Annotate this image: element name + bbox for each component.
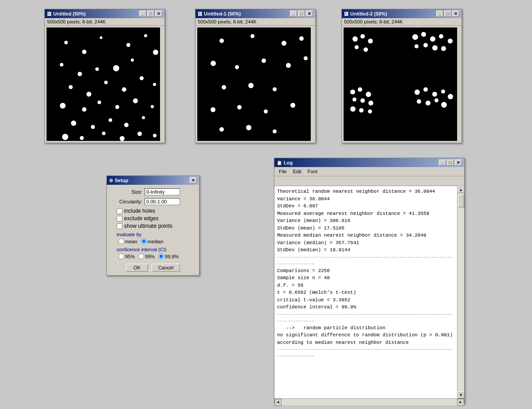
untitled-info: 500x500 pixels; 8-bit; 244K: [45, 18, 164, 26]
button-row: OK Cancel: [111, 264, 195, 272]
untitled2-info: 500x500 pixels; 8-bit; 244K: [342, 18, 462, 26]
log-toolbar: [274, 176, 464, 186]
scroll-track-h[interactable]: [282, 399, 457, 405]
close-btn-2[interactable]: ✕: [306, 11, 313, 17]
log-text-content: Theoretical random nearest neighbor dist…: [277, 188, 454, 359]
show-ultimate-row: show ultimate points: [117, 223, 195, 229]
circularity-input[interactable]: [145, 198, 180, 205]
untitled-titlebar: 🖼 Untitled (50%) _ □ ✕: [45, 9, 164, 18]
maximize-btn-2[interactable]: □: [298, 11, 305, 17]
close-btn-3[interactable]: ✕: [452, 11, 459, 17]
size-row: Size:: [111, 188, 195, 195]
ci-95-radio[interactable]: [118, 253, 124, 259]
log-window: 📋 Log _ □ ✕ File Edit Font Theoretical r…: [274, 158, 465, 404]
log-body: Theoretical random nearest neighbor dist…: [274, 186, 464, 398]
ci-999-radio[interactable]: [158, 253, 164, 259]
ok-button[interactable]: OK: [126, 264, 148, 272]
log-line-16: --> random particle distribution: [277, 324, 454, 332]
include-holes-row: include holes: [117, 208, 195, 214]
font-menu[interactable]: Font: [305, 168, 320, 175]
scroll-left-btn[interactable]: ◄: [274, 399, 282, 406]
untitled1-title: Untitled-1 (50%): [204, 11, 241, 16]
log-scrollbar-horizontal[interactable]: ◄ ►: [274, 398, 464, 405]
maximize-btn-1[interactable]: □: [147, 11, 154, 17]
edit-menu[interactable]: Edit: [290, 168, 304, 175]
untitled2-icon: 🖼: [344, 12, 348, 16]
log-minimize-btn[interactable]: _: [439, 160, 446, 166]
exclude-edges-checkbox[interactable]: [117, 216, 122, 222]
cancel-button[interactable]: Cancel: [152, 264, 180, 272]
untitled2-title: Untitled-2 (50%): [350, 11, 387, 16]
include-holes-label: include holes: [124, 208, 155, 214]
log-line-4: Measured average nearest neighbor distan…: [277, 210, 454, 218]
median-radio[interactable]: [141, 238, 147, 244]
mean-radio-item: mean: [118, 238, 137, 244]
setup-close-btn[interactable]: ✕: [190, 177, 197, 183]
median-label: median: [148, 239, 164, 244]
log-icon: 📋: [277, 160, 282, 165]
circularity-label: Circularity:: [111, 199, 142, 204]
setup-icon: ⚙: [109, 178, 113, 183]
untitled-title: Untitled (50%): [53, 11, 86, 16]
untitled-icon: 🖼: [47, 12, 51, 16]
untitled2-titlebar: 🖼 Untitled-2 (50%) _ □ ✕: [342, 9, 462, 18]
mean-label: mean: [125, 239, 137, 244]
scroll-thumb-v[interactable]: [458, 194, 464, 207]
scroll-right-btn[interactable]: ►: [457, 399, 464, 406]
untitled2-canvas: [344, 27, 457, 141]
exclude-edges-row: exclude edges: [117, 215, 195, 222]
ci-label: conficence interval (CI): [117, 247, 195, 252]
show-ultimate-label: show ultimate points: [124, 223, 172, 229]
log-line-7: Measured median nearest neighbor distanc…: [277, 232, 454, 239]
log-separator-3: ----------------------------------------…: [277, 346, 454, 359]
size-label: Size:: [111, 189, 142, 195]
log-line-12: d.f. = 56: [277, 282, 454, 289]
minimize-btn-1[interactable]: _: [139, 11, 146, 17]
untitled-canvas: [47, 27, 160, 141]
log-line-10: Comparisons = 2256: [277, 267, 454, 275]
setup-body: Size: Circularity: include holes exclude…: [107, 185, 199, 275]
ci-95-item: 95%: [118, 253, 135, 259]
size-input[interactable]: [145, 188, 180, 195]
untitled1-titlebar: 🖼 Untitled-1 (50%) _ □ ✕: [196, 9, 315, 18]
log-line-14: critical t-value = 3.3852: [277, 296, 454, 304]
scroll-up-btn[interactable]: ▲: [458, 186, 465, 193]
scroll-down-btn[interactable]: ▼: [458, 391, 465, 398]
log-line-15: confidence interval = 99.9%: [277, 304, 454, 311]
show-ultimate-checkbox[interactable]: [117, 223, 122, 229]
close-btn-1[interactable]: ✕: [155, 11, 162, 17]
log-line-13: t = 0.6562 (Welch's t-test): [277, 289, 454, 296]
untitled1-canvas: [197, 27, 311, 141]
log-title: Log: [284, 160, 293, 165]
log-titlebar: 📋 Log _ □ ✕: [274, 158, 464, 167]
ci-999-label: 99.9%: [165, 254, 179, 259]
setup-title: Setup: [115, 178, 129, 183]
log-line-9: StdDev (median) = 18.9144: [277, 246, 454, 254]
scroll-track-v[interactable]: [458, 193, 464, 391]
log-line-11: Sample size n = 48: [277, 274, 454, 282]
log-close-btn[interactable]: ✕: [455, 160, 462, 166]
untitled-window: 🖼 Untitled (50%) _ □ ✕ 500x500 pixels; 8…: [44, 9, 165, 143]
ci-99-label: 99%: [145, 254, 155, 259]
ci-999-item: 99.9%: [158, 253, 179, 259]
log-line-8: Variance (median) = 357.7541: [277, 239, 454, 247]
ci-radio-row: 95% 99% 99.9%: [118, 253, 195, 259]
log-content-area: Theoretical random nearest neighbor dist…: [274, 186, 464, 398]
minimize-btn-2[interactable]: _: [290, 11, 297, 17]
mean-radio[interactable]: [118, 238, 124, 244]
untitled1-info: 500x500 pixels; 8-bit; 244K: [196, 18, 315, 26]
ci-99-radio[interactable]: [138, 253, 144, 259]
log-line-3: StdDev = 6.007: [277, 203, 454, 210]
log-line-5: Variance (mean) = 306.616: [277, 217, 454, 225]
include-holes-checkbox[interactable]: [117, 208, 122, 214]
log-scrollbar-vertical[interactable]: ▲ ▼: [457, 186, 464, 398]
minimize-btn-3[interactable]: _: [436, 11, 443, 17]
evaluate-by-label: evaluate by: [117, 232, 195, 237]
setup-titlebar: ⚙ Setup ✕: [107, 176, 199, 185]
log-maximize-btn[interactable]: □: [447, 160, 454, 166]
maximize-btn-3[interactable]: □: [444, 11, 451, 17]
exclude-edges-label: exclude edges: [124, 215, 158, 222]
log-line-6: StdDev (mean) = 17.5105: [277, 225, 454, 232]
log-line-17: no significant difference to random dist…: [277, 331, 454, 339]
file-menu[interactable]: File: [276, 168, 289, 175]
